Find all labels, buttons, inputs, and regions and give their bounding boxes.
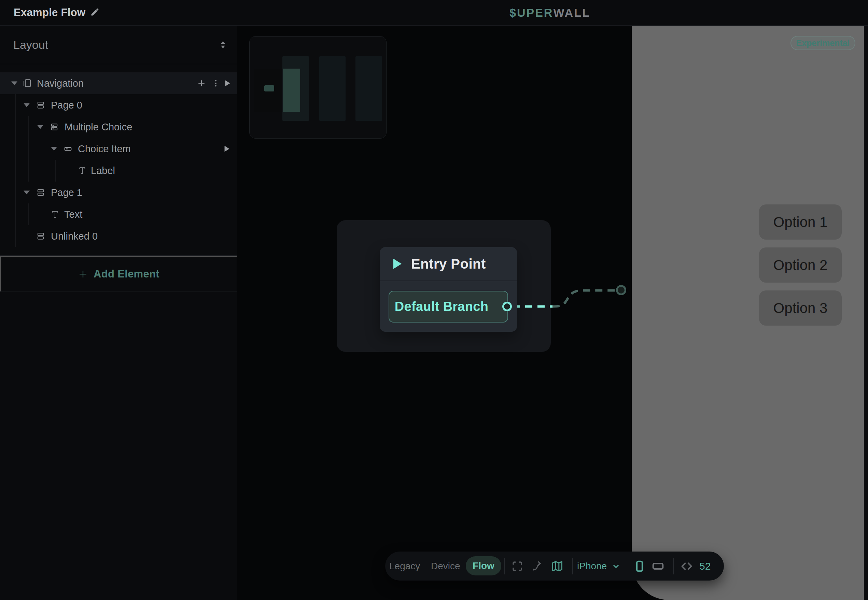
tree-item-label: Text [64,209,82,220]
default-branch-button[interactable]: Default Branch [388,291,508,323]
mode-flow-button[interactable]: Flow [466,556,501,576]
pages-thumbnail-card[interactable] [249,36,387,139]
tree-item-page-1[interactable]: Page 1 [0,182,237,203]
toolbar-divider [572,558,573,574]
tree-item-choice-item[interactable]: Choice Item [0,138,237,160]
default-branch-label: Default Branch [395,299,488,314]
mode-legacy-button[interactable]: Legacy [389,561,420,572]
app-root: Example Flow $UPERWALL Layout [0,0,868,600]
device-preview-panel: Experimental Option 1 Option 2 Option 3 [632,26,864,600]
page-icon [35,231,46,241]
sort-icon[interactable] [217,39,229,50]
zoom-level-value[interactable]: 52 [699,561,710,572]
layout-panel-title: Layout [13,26,48,64]
fullscreen-icon[interactable] [511,561,523,572]
add-element-label: Add Element [94,268,159,280]
experimental-badge-label: Experimental [796,38,850,48]
caret-down-icon[interactable] [24,103,30,107]
entry-point-node[interactable]: Entry Point Default Branch [380,247,517,332]
node-divider [380,280,517,281]
option-1-button[interactable]: Option 1 [759,205,842,239]
brand-grey: WALL [553,6,590,20]
tree-item-label: Page 1 [51,187,82,198]
option-3-label: Option 3 [773,300,828,317]
tree-item-label: Choice Item [78,143,131,155]
thumb-page-bar [319,56,346,121]
layout-sidebar: Layout Navigation [0,26,237,600]
kebab-icon[interactable] [211,78,221,88]
play-icon[interactable] [221,144,232,154]
caret-down-icon[interactable] [51,147,57,151]
flow-title: Example Flow [14,0,85,25]
option-1-label: Option 1 [773,214,828,230]
option-2-button[interactable]: Option 2 [759,247,842,283]
map-icon[interactable] [551,560,563,572]
superwall-logo: $UPERWALL [510,0,590,25]
plus-icon [78,269,88,279]
text-icon [77,165,87,176]
caret-down-icon[interactable] [37,125,43,129]
thumb-page-bar-active [283,68,300,112]
page-icon [35,187,46,198]
sidebar-divider-lower [0,291,237,292]
tree-item-multiple-choice[interactable]: Multiple Choice [0,116,237,138]
layout-panel-header: Layout [0,26,237,64]
caret-down-icon[interactable] [24,191,30,194]
play-icon[interactable] [222,78,232,88]
play-icon [393,259,402,269]
tree-item-label: Multiple Choice [65,121,132,133]
sidebar-divider-bottom [0,255,237,256]
tree-item-label-element[interactable]: Label [0,160,237,182]
tree-item-label: Navigation [37,78,83,89]
pages-icon [22,78,32,88]
connector-wire-dim [552,291,615,306]
top-bar: Example Flow $UPERWALL [0,0,868,26]
wire-endpoint-port[interactable] [616,285,626,295]
toolbar-divider [673,558,674,574]
edit-title-button[interactable] [90,0,100,25]
option-3-button[interactable]: Option 3 [759,291,842,326]
entry-point-title: Entry Point [411,256,486,272]
tree-item-label: Page 0 [51,100,82,111]
toolbar-divider [504,558,505,574]
sidebar-divider-top [0,64,237,64]
pencil-icon [90,7,100,18]
tree-item-unlinked-0[interactable]: Unlinked 0 [0,225,237,247]
brand-teal: $UPER [510,6,553,20]
flow-share-icon[interactable] [531,561,543,572]
plus-icon[interactable] [196,78,206,88]
mode-flow-label: Flow [473,561,495,571]
scroll-gutter [864,26,868,600]
entry-point-header: Entry Point [380,247,517,280]
tree-item-page-0[interactable]: Page 0 [0,94,237,116]
multiple-choice-icon [49,122,59,132]
tree-item-text[interactable]: Text [0,203,237,225]
tree-item-navigation[interactable]: Navigation [0,72,237,94]
branch-output-port[interactable] [502,302,512,311]
add-element-button[interactable]: Add Element [0,256,237,292]
phone-portrait-icon[interactable] [633,560,646,573]
tree-item-label: Unlinked 0 [51,231,98,242]
tree-item-label: Label [91,165,115,176]
text-icon [50,209,60,220]
page-icon [35,100,46,110]
bottom-toolbar: Legacy Device Flow iPhone [385,552,724,580]
thumb-page-bar [355,56,382,121]
phone-landscape-icon[interactable] [651,560,665,573]
thumb-accent-dash [264,85,274,91]
choice-item-icon [63,144,73,154]
device-select-value: iPhone [577,561,607,572]
mode-device-button[interactable]: Device [431,561,460,572]
option-2-label: Option 2 [773,257,828,273]
experimental-badge: Experimental [791,36,855,50]
device-select-dropdown[interactable]: iPhone [577,552,621,580]
code-icon[interactable] [680,560,693,573]
caret-down-icon[interactable] [11,82,17,85]
chevron-down-icon [612,562,621,571]
